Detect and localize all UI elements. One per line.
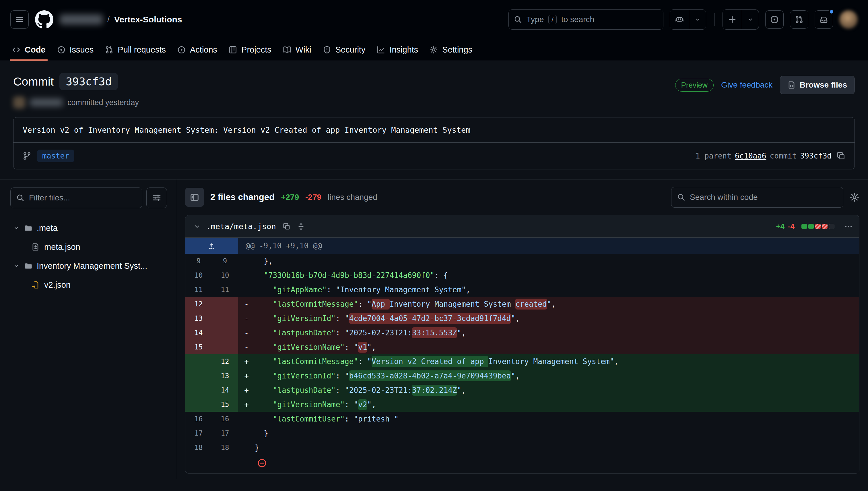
tree-item-label: .meta	[37, 223, 58, 233]
create-new-menu-button[interactable]	[742, 10, 759, 29]
pull-requests-button[interactable]	[790, 10, 808, 29]
diff-file-header: .meta/meta.json +4 -4	[185, 215, 859, 238]
tab-label: Wiki	[296, 45, 311, 55]
redacted-owner-name[interactable]	[60, 15, 103, 25]
user-avatar[interactable]	[839, 10, 858, 29]
new-line-number[interactable]: 14	[212, 383, 238, 397]
inbox-button[interactable]	[815, 10, 833, 29]
browse-files-label: Browse files	[800, 80, 847, 90]
expand-file-button[interactable]	[297, 223, 305, 230]
tab-insights[interactable]: Insights	[371, 39, 424, 61]
new-line-number[interactable]: 16	[212, 412, 238, 426]
github-logo-icon[interactable]	[35, 10, 53, 29]
file-options-button[interactable]	[844, 222, 853, 231]
old-line-number[interactable]: 13	[185, 311, 212, 326]
tab-label: Issues	[70, 45, 94, 55]
new-line-number[interactable]: 13	[212, 369, 238, 383]
old-line-number[interactable]: 14	[185, 326, 212, 340]
diff-settings-button[interactable]	[849, 192, 859, 202]
code-line: "lastCommitMessage": "Version v2 Created…	[255, 354, 859, 369]
tab-pull-requests[interactable]: Pull requests	[99, 39, 172, 61]
diff-file-name[interactable]: .meta/meta.json	[206, 222, 276, 231]
old-line-number[interactable]	[185, 383, 212, 397]
no-newline-icon	[257, 458, 267, 468]
copilot-menu-button[interactable]	[689, 10, 706, 29]
create-new-button[interactable]	[723, 10, 742, 29]
kebab-icon	[844, 222, 853, 231]
tab-security[interactable]: Security	[317, 39, 371, 61]
author-avatar[interactable]	[13, 96, 25, 109]
copy-file-path-button[interactable]	[283, 223, 290, 230]
new-line-number[interactable]: 17	[212, 426, 238, 440]
search-within-code-placeholder: Search within code	[690, 193, 758, 202]
new-line-number[interactable]: 9	[212, 254, 238, 268]
give-feedback-link[interactable]: Give feedback	[721, 80, 772, 90]
issues-button[interactable]	[765, 10, 784, 29]
file-filter-options-button[interactable]	[146, 187, 167, 208]
filter-files-input[interactable]: Filter files...	[10, 187, 142, 208]
diff-row-context: 99 },	[185, 254, 859, 268]
old-line-number[interactable]: 12	[185, 297, 212, 311]
gear-icon	[430, 46, 438, 54]
search-icon	[17, 194, 24, 202]
tree-item-label: Inventory Management Syst...	[37, 261, 147, 271]
old-line-number[interactable]	[185, 354, 212, 369]
files-changed-count: 2 files changed	[210, 192, 275, 202]
old-line-number[interactable]: 11	[185, 283, 212, 297]
tree-folder-item[interactable]: .meta	[10, 219, 167, 237]
collapse-file-button[interactable]	[193, 223, 201, 230]
tab-actions[interactable]: Actions	[172, 39, 223, 61]
diff-row-add: 13+ "gitVersionId": "b46cd533-a028-4b02-…	[185, 369, 859, 383]
branch-row: master 1 parent 6c10aa6 commit 393cf3d	[13, 142, 855, 169]
old-line-number[interactable]: 15	[185, 340, 212, 354]
tab-code[interactable]: Code	[6, 39, 51, 61]
old-line-number[interactable]: 17	[185, 426, 212, 440]
new-line-number[interactable]: 18	[212, 440, 238, 455]
copy-icon	[837, 152, 845, 160]
browse-files-button[interactable]: Browse files	[780, 76, 855, 94]
tree-folder-item[interactable]: Inventory Management Syst...	[10, 256, 167, 276]
tab-label: Security	[335, 45, 366, 55]
search-within-code-input[interactable]: Search within code	[671, 187, 843, 208]
diff-row-context: 1010 "7330b16b-b70d-4d9b-b83d-227414a690…	[185, 268, 859, 283]
parent-sha-link[interactable]: 6c10aa6	[735, 152, 767, 160]
branch-pill[interactable]: master	[37, 150, 74, 162]
new-line-number[interactable]	[212, 326, 238, 340]
global-search-input[interactable]: Type / to search	[508, 9, 663, 30]
expand-up-icon	[208, 242, 216, 250]
tab-settings[interactable]: Settings	[424, 39, 478, 61]
tab-label: Actions	[190, 45, 217, 55]
new-line-number[interactable]: 11	[212, 283, 238, 297]
tree-file-item[interactable]: meta.json	[10, 237, 167, 256]
tab-wiki[interactable]: Wiki	[277, 39, 317, 61]
commit-message-card: Version v2 of Inventory Management Syste…	[13, 117, 855, 169]
new-line-number[interactable]: 15	[212, 397, 238, 412]
header-divider	[714, 13, 715, 26]
old-line-number[interactable]: 18	[185, 440, 212, 455]
copy-sha-button[interactable]	[837, 152, 845, 160]
old-line-number[interactable]	[185, 397, 212, 412]
tree-file-item[interactable]: v2.json	[10, 276, 167, 294]
tab-projects[interactable]: Projects	[223, 39, 277, 61]
diffstat-block-none	[829, 224, 834, 229]
git-branch-icon	[23, 152, 31, 160]
copilot-button[interactable]	[670, 10, 689, 29]
diff-marker: -	[238, 297, 255, 311]
new-line-number[interactable]	[212, 297, 238, 311]
tree-item-label: v2.json	[44, 280, 70, 290]
old-line-number[interactable]: 16	[185, 412, 212, 426]
new-line-number[interactable]	[212, 311, 238, 326]
new-line-number[interactable]: 12	[212, 354, 238, 369]
redacted-author-name[interactable]	[30, 99, 63, 106]
collapse-sidebar-button[interactable]	[185, 188, 204, 207]
old-line-number[interactable]: 9	[185, 254, 212, 268]
tab-issues[interactable]: Issues	[51, 39, 99, 61]
old-line-number[interactable]: 10	[185, 268, 212, 283]
hamburger-menu-button[interactable]	[10, 10, 29, 29]
repo-name-link[interactable]: Vertex-Solutions	[114, 15, 182, 24]
new-line-number[interactable]	[212, 340, 238, 354]
expand-hunk-button[interactable]	[185, 238, 238, 254]
new-line-number[interactable]: 10	[212, 268, 238, 283]
slash-keycap: /	[548, 15, 557, 24]
old-line-number[interactable]	[185, 369, 212, 383]
